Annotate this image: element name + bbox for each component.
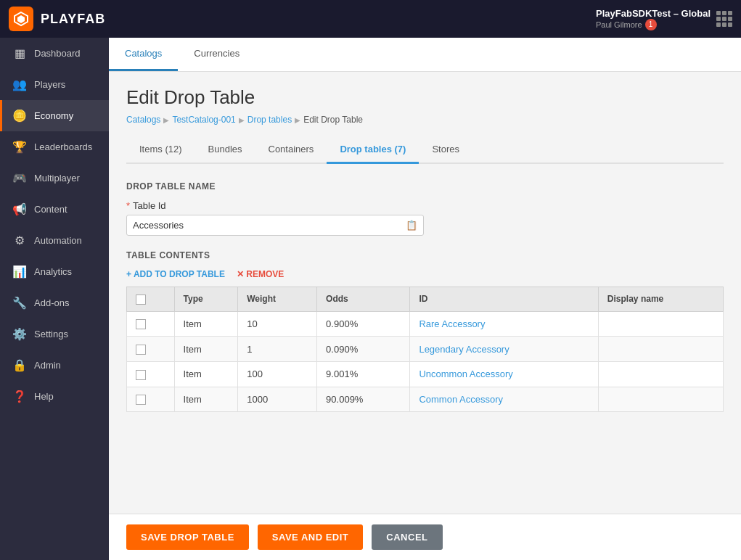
- table-id-label: * Table Id: [126, 200, 724, 211]
- economy-icon: 🪙: [12, 109, 27, 123]
- section-table-contents: TABLE CONTENTS: [126, 250, 724, 260]
- tab-catalogs[interactable]: Catalogs: [109, 38, 178, 71]
- row-type-0: Item: [174, 311, 238, 337]
- project-name: PlayFabSDKTest – Global: [596, 8, 711, 19]
- row-weight-2: 100: [238, 361, 317, 387]
- row-id-link-1[interactable]: Legendary Accessory: [419, 344, 509, 355]
- remove-button[interactable]: ✕ REMOVE: [237, 269, 284, 279]
- sidebar-item-multiplayer[interactable]: 🎮 Multiplayer: [0, 162, 109, 194]
- row-display-name-1: [598, 337, 723, 362]
- breadcrumb-sep-3: ▶: [295, 116, 300, 124]
- footer: SAVE DROP TABLE SAVE AND EDIT CANCEL: [109, 514, 741, 560]
- breadcrumb-drop-tables[interactable]: Drop tables: [247, 115, 292, 125]
- col-header-checkbox: [127, 287, 175, 312]
- row-id-0: Rare Accessory: [410, 311, 598, 337]
- row-checkbox-cell: [127, 361, 175, 387]
- tab-currencies[interactable]: Currencies: [178, 38, 255, 71]
- logo-icon: [9, 7, 33, 31]
- multiplayer-icon: 🎮: [12, 171, 27, 185]
- grid-menu-icon[interactable]: [716, 11, 732, 27]
- row-checkbox-0[interactable]: [136, 319, 146, 329]
- row-id-link-3[interactable]: Common Accessory: [419, 394, 503, 405]
- required-star: *: [126, 200, 130, 211]
- row-display-name-3: [598, 387, 723, 412]
- breadcrumb-testcatalog[interactable]: TestCatalog-001: [172, 115, 235, 125]
- cancel-button[interactable]: CANCEL: [372, 524, 442, 550]
- table-row: Item 10 0.900% Rare Accessory: [127, 311, 724, 337]
- row-id-link-2[interactable]: Uncommon Accessory: [419, 368, 512, 379]
- sidebar-label-admin: Admin: [34, 360, 61, 371]
- sidebar-label-leaderboards: Leaderboards: [34, 141, 92, 152]
- row-checkbox-2[interactable]: [136, 370, 146, 380]
- row-odds-1: 0.090%: [317, 337, 410, 362]
- breadcrumb-catalogs[interactable]: Catalogs: [126, 115, 160, 125]
- row-checkbox-3[interactable]: [136, 395, 146, 405]
- sidebar-item-automation[interactable]: ⚙ Automation: [0, 225, 109, 256]
- sidebar-item-players[interactable]: 👥 Players: [0, 69, 109, 100]
- topbar-right: PlayFabSDKTest – Global Paul Gilmore 1: [596, 8, 732, 30]
- sidebar-label-economy: Economy: [34, 110, 73, 121]
- row-id-link-0[interactable]: Rare Accessory: [419, 318, 485, 329]
- row-odds-2: 9.001%: [317, 361, 410, 387]
- sub-tab-bundles[interactable]: Bundles: [195, 136, 255, 164]
- breadcrumb-current: Edit Drop Table: [303, 115, 363, 125]
- sidebar-item-leaderboards[interactable]: 🏆 Leaderboards: [0, 131, 109, 162]
- table-row: Item 1 0.090% Legendary Accessory: [127, 337, 724, 362]
- topbar-left: PLAYFAB: [9, 7, 105, 31]
- notification-badge[interactable]: 1: [645, 19, 657, 30]
- sub-tab-items[interactable]: Items (12): [126, 136, 195, 164]
- logo-text: PLAYFAB: [41, 12, 105, 27]
- sub-tab-stores[interactable]: Stores: [419, 136, 472, 164]
- analytics-icon: 📊: [12, 265, 27, 279]
- row-weight-0: 10: [238, 311, 317, 337]
- sidebar-item-addons[interactable]: 🔧 Add-ons: [0, 287, 109, 318]
- row-odds-0: 0.900%: [317, 311, 410, 337]
- save-and-edit-button[interactable]: SAVE AND EDIT: [258, 524, 363, 550]
- sidebar-label-content: Content: [34, 204, 67, 215]
- sub-tabs: Items (12) Bundles Containers Drop table…: [126, 136, 724, 164]
- help-icon: ❓: [12, 390, 27, 403]
- drop-table-contents: Type Weight Odds ID Display name Item 10…: [126, 287, 724, 412]
- sidebar-item-help[interactable]: ❓ Help: [0, 381, 109, 412]
- calendar-icon: 📋: [406, 220, 417, 231]
- sidebar-label-settings: Settings: [34, 329, 68, 339]
- table-actions: + ADD TO DROP TABLE ✕ REMOVE: [126, 269, 724, 279]
- row-checkbox-cell: [127, 311, 175, 337]
- row-id-2: Uncommon Accessory: [410, 361, 598, 387]
- sidebar-item-content[interactable]: 📢 Content: [0, 194, 109, 225]
- table-id-input-wrapper: 📋: [126, 215, 424, 236]
- sidebar-item-dashboard[interactable]: ▦ Dashboard: [0, 38, 109, 69]
- col-header-type: Type: [174, 287, 238, 312]
- sidebar-item-analytics[interactable]: 📊 Analytics: [0, 256, 109, 287]
- topbar: PLAYFAB PlayFabSDKTest – Global Paul Gil…: [0, 0, 741, 38]
- row-checkbox-cell: [127, 387, 175, 412]
- header-checkbox[interactable]: [136, 295, 146, 305]
- sub-tab-drop-tables[interactable]: Drop tables (7): [327, 136, 419, 164]
- sidebar-item-settings[interactable]: ⚙️ Settings: [0, 318, 109, 350]
- breadcrumb-sep-1: ▶: [163, 116, 169, 124]
- table-row: Item 1000 90.009% Common Accessory: [127, 387, 724, 412]
- col-header-weight: Weight: [238, 287, 317, 312]
- sidebar-label-players: Players: [34, 79, 65, 90]
- user-name: Paul Gilmore: [596, 20, 642, 29]
- row-checkbox-cell: [127, 337, 175, 362]
- sidebar-item-admin[interactable]: 🔒 Admin: [0, 350, 109, 381]
- topbar-user: PlayFabSDKTest – Global Paul Gilmore 1: [596, 8, 711, 30]
- row-display-name-0: [598, 311, 723, 337]
- automation-icon: ⚙: [12, 234, 27, 247]
- row-checkbox-1[interactable]: [136, 345, 146, 355]
- sidebar-label-automation: Automation: [34, 235, 82, 246]
- table-id-input[interactable]: [133, 220, 406, 231]
- sidebar-label-multiplayer: Multiplayer: [34, 173, 80, 184]
- svg-marker-1: [17, 15, 25, 23]
- save-drop-table-button[interactable]: SAVE DROP TABLE: [126, 524, 249, 550]
- main-tabs: Catalogs Currencies: [109, 38, 741, 72]
- add-to-drop-table-button[interactable]: + ADD TO DROP TABLE: [126, 269, 225, 279]
- page-title: Edit Drop Table: [126, 86, 724, 109]
- breadcrumb-sep-2: ▶: [239, 116, 245, 124]
- players-icon: 👥: [12, 78, 27, 91]
- sidebar-item-economy[interactable]: 🪙 Economy: [0, 100, 109, 131]
- sub-tab-containers[interactable]: Containers: [255, 136, 327, 164]
- row-type-1: Item: [174, 337, 238, 362]
- sidebar: ▦ Dashboard 👥 Players 🪙 Economy 🏆 Leader…: [0, 38, 109, 560]
